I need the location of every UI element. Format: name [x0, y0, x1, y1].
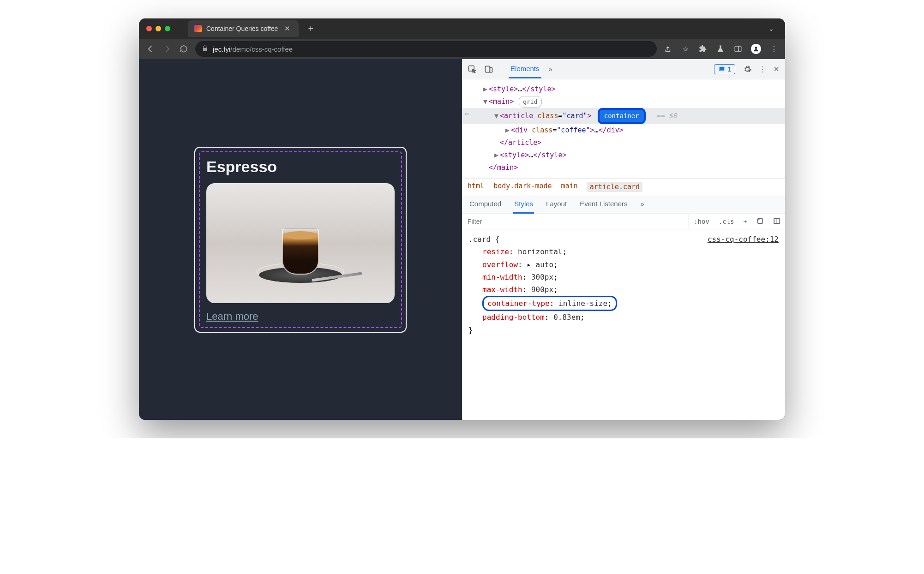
lock-icon — [202, 45, 208, 53]
device-toggle-icon[interactable] — [484, 65, 493, 74]
browser-window: Container Queries coffee ✕ + ⌄ jec.fyi/d… — [139, 18, 785, 420]
coffee-card: Espresso Learn more — [194, 147, 407, 333]
tab-layout[interactable]: Layout — [545, 195, 568, 214]
titlebar: Container Queries coffee ✕ + ⌄ — [139, 18, 785, 39]
window-minimize-button[interactable] — [156, 26, 161, 31]
tab-title: Container Queries coffee — [206, 25, 278, 32]
new-style-rule-icon[interactable]: + — [739, 215, 752, 228]
tabs-dropdown-icon[interactable]: ⌄ — [768, 25, 774, 32]
container-badge[interactable]: container — [598, 108, 646, 124]
toggle-sidebar-icon[interactable] — [768, 215, 785, 229]
devtools-close-icon[interactable]: ✕ — [774, 65, 780, 73]
dom-node-main-close[interactable]: </main> — [462, 161, 785, 174]
devtools-menu-icon[interactable]: ⋮ — [759, 65, 766, 73]
css-decl-min-width[interactable]: min-width: 300px; — [468, 271, 779, 283]
tab-close-icon[interactable]: ✕ — [282, 24, 292, 33]
address-bar[interactable]: jec.fyi/demo/css-cq-coffee — [195, 41, 657, 57]
url-bar: jec.fyi/demo/css-cq-coffee ☆ ⋮ — [139, 39, 785, 59]
new-tab-button[interactable]: + — [308, 24, 313, 34]
bookmark-star-icon[interactable]: ☆ — [681, 44, 690, 54]
crumb-article[interactable]: article.card — [587, 182, 642, 192]
devtools-panel: Elements » 1 ⋮ ✕ ▶<style>…</style> ▼<mai… — [462, 59, 785, 420]
css-rules-pane[interactable]: .card { css-cq-coffee:12 resize: horizon… — [462, 229, 785, 420]
styles-filter-input[interactable] — [462, 214, 689, 229]
css-decl-container-type[interactable]: container-type: inline-size; — [468, 296, 779, 311]
back-button[interactable] — [145, 44, 156, 54]
share-icon[interactable] — [663, 44, 672, 54]
tab-computed[interactable]: Computed — [468, 195, 502, 214]
more-tabs-icon[interactable]: » — [549, 65, 552, 73]
crumb-html[interactable]: html — [468, 182, 484, 192]
card-title: Espresso — [206, 158, 395, 176]
dom-tree[interactable]: ▶<style>…</style> ▼<main> grid ▼<article… — [462, 79, 785, 179]
console-ref: == $0 — [656, 112, 677, 120]
grid-badge[interactable]: grid — [519, 96, 541, 108]
devtools-header: Elements » 1 ⋮ ✕ — [462, 59, 785, 79]
learn-more-link[interactable]: Learn more — [206, 311, 258, 323]
styles-filter-row: :hov .cls + — [462, 214, 785, 229]
side-panel-icon[interactable] — [733, 44, 743, 54]
window-maximize-button[interactable] — [165, 26, 170, 31]
svg-point-2 — [755, 47, 757, 49]
svg-rect-0 — [735, 46, 741, 52]
css-rule-close: } — [468, 324, 779, 336]
forward-button[interactable] — [162, 44, 172, 54]
settings-gear-icon[interactable] — [743, 65, 752, 74]
inspect-element-icon[interactable] — [468, 65, 477, 74]
more-styles-tabs-icon[interactable]: » — [640, 195, 645, 214]
styles-tabs: Computed Styles Layout Event Listeners » — [462, 195, 785, 214]
css-decl-padding-bottom[interactable]: padding-bottom: 0.83em; — [468, 311, 779, 323]
reload-button[interactable] — [179, 44, 189, 54]
flask-icon[interactable] — [716, 44, 725, 54]
dom-node-main[interactable]: ▼<main> grid — [462, 96, 785, 108]
crumb-main[interactable]: main — [561, 182, 578, 192]
browser-tab[interactable]: Container Queries coffee ✕ — [188, 20, 299, 37]
cls-toggle[interactable]: .cls — [714, 215, 739, 228]
svg-point-7 — [759, 219, 759, 220]
kebab-menu-icon[interactable]: ⋮ — [769, 44, 779, 54]
elements-tab[interactable]: Elements — [509, 60, 541, 78]
svg-rect-6 — [758, 218, 763, 223]
dom-node-article[interactable]: ▼<article class="card"> container == $0 — [462, 108, 785, 124]
extensions-puzzle-icon[interactable] — [698, 44, 708, 54]
computed-styles-icon[interactable] — [752, 215, 768, 229]
css-decl-resize[interactable]: resize: horizontal; — [468, 245, 779, 258]
crumb-body[interactable]: body.dark-mode — [493, 182, 552, 192]
coffee-image — [206, 183, 395, 303]
css-decl-max-width[interactable]: max-width: 900px; — [468, 283, 779, 296]
css-source-link[interactable]: css-cq-coffee:12 — [708, 233, 779, 245]
profile-avatar[interactable] — [751, 44, 761, 54]
page-viewport: Espresso Learn more — [139, 59, 462, 420]
tab-event-listeners[interactable]: Event Listeners — [579, 195, 628, 214]
dom-breadcrumb: html body.dark-mode main article.card — [462, 179, 785, 195]
dom-node-style2[interactable]: ▶<style>…</style> — [462, 149, 785, 161]
url-text: jec.fyi/demo/css-cq-coffee — [213, 45, 293, 53]
issues-badge[interactable]: 1 — [714, 64, 735, 74]
dom-node-div[interactable]: ▶<div class="coffee">…</div> — [462, 124, 785, 137]
css-selector[interactable]: .card { — [468, 233, 499, 245]
dom-node-article-close[interactable]: </article> — [462, 137, 785, 149]
hov-toggle[interactable]: :hov — [689, 215, 714, 228]
tab-styles[interactable]: Styles — [513, 195, 534, 214]
window-close-button[interactable] — [146, 26, 152, 31]
dom-node-style[interactable]: ▶<style>…</style> — [462, 83, 785, 96]
css-decl-overflow[interactable]: overflow: ▸ auto; — [468, 258, 779, 271]
favicon — [194, 25, 202, 32]
